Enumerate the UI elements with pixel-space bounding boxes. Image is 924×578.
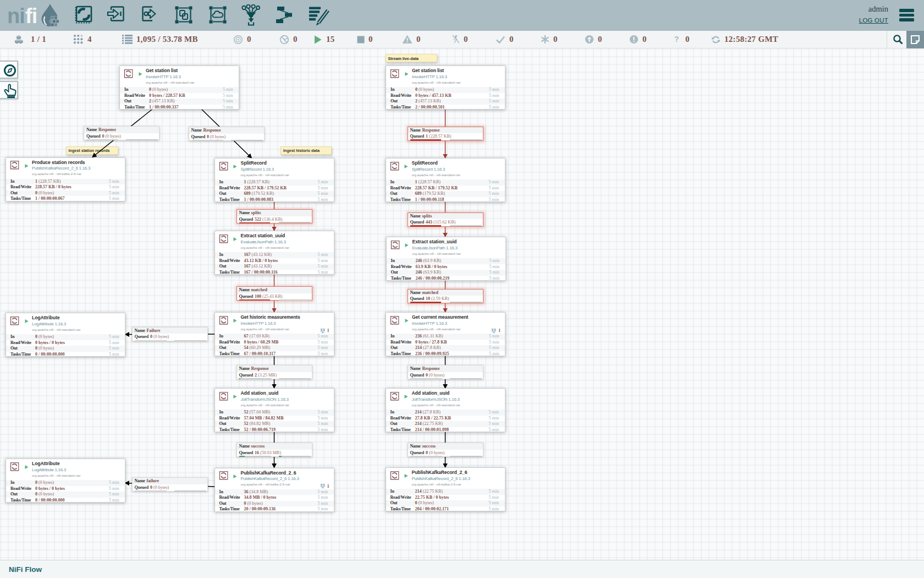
svg-text:fi: fi <box>25 4 37 28</box>
svg-text:?: ? <box>674 35 679 43</box>
svg-text:ni: ni <box>7 4 25 28</box>
